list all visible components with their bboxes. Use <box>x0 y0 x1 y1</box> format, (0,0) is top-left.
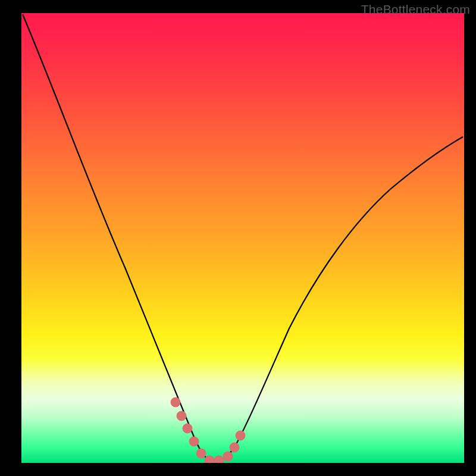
svg-point-4 <box>196 449 206 458</box>
svg-point-2 <box>183 424 192 433</box>
svg-point-7 <box>223 452 233 461</box>
svg-point-3 <box>189 437 199 446</box>
svg-point-9 <box>236 431 245 440</box>
svg-point-6 <box>214 456 224 463</box>
chart-stage: TheBottleneck.com <box>0 0 476 476</box>
svg-point-0 <box>171 397 180 407</box>
curve-layer <box>21 13 464 463</box>
svg-point-1 <box>177 411 186 421</box>
svg-point-8 <box>230 443 239 452</box>
svg-point-5 <box>205 456 214 463</box>
bottleneck-curve <box>23 14 463 461</box>
watermark-text: TheBottleneck.com <box>361 2 470 17</box>
plot-area <box>21 13 464 463</box>
